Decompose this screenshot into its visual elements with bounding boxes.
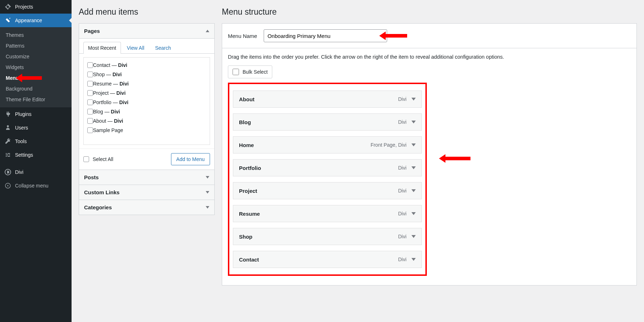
menu-item-name: Resume bbox=[239, 211, 260, 217]
menu-item-meta: Divi bbox=[398, 188, 416, 194]
sidebar-item-appearance[interactable]: Appearance bbox=[0, 14, 72, 27]
page-label: Shop — Divi bbox=[93, 72, 122, 77]
menu-item-meta: Divi bbox=[398, 165, 416, 171]
caret-down-icon[interactable] bbox=[411, 235, 416, 238]
tab-most-recent[interactable]: Most Recent bbox=[83, 42, 121, 54]
menu-item[interactable]: BlogDivi bbox=[233, 113, 422, 131]
sidebar-collapse[interactable]: Collapse menu bbox=[0, 179, 72, 192]
sidebar-item-label: Settings bbox=[15, 152, 33, 158]
menu-name-input[interactable] bbox=[264, 29, 387, 42]
checkbox[interactable] bbox=[87, 109, 93, 114]
sidebar-item-label: Divi bbox=[15, 169, 23, 175]
sidebar-item-label: Plugins bbox=[15, 111, 31, 117]
custom-links-metabox-toggle[interactable]: Custom Links bbox=[79, 185, 214, 200]
menu-item-type: Divi bbox=[398, 119, 406, 125]
caret-down-icon[interactable] bbox=[411, 189, 416, 192]
menu-item-meta: Divi bbox=[398, 119, 416, 125]
sidebar-item-tools[interactable]: Tools bbox=[0, 135, 72, 148]
page-checkbox-item[interactable]: Contact — Divi bbox=[87, 60, 206, 70]
sub-customize[interactable]: Customize bbox=[0, 51, 72, 62]
checkbox[interactable] bbox=[87, 90, 93, 96]
posts-metabox-toggle[interactable]: Posts bbox=[79, 170, 214, 185]
menu-item-name: Shop bbox=[239, 234, 253, 240]
caret-down-icon[interactable] bbox=[411, 166, 416, 169]
user-icon bbox=[4, 124, 11, 131]
checkbox[interactable] bbox=[87, 62, 93, 68]
collapse-icon bbox=[4, 182, 11, 189]
sidebar-item-label: Appearance bbox=[15, 18, 42, 23]
pages-tabs: Most Recent View All Search bbox=[79, 39, 214, 54]
menu-item[interactable]: HomeFront Page, Divi bbox=[233, 136, 422, 153]
sub-widgets[interactable]: Widgets bbox=[0, 62, 72, 73]
page-label: Sample Page bbox=[93, 127, 123, 133]
page-checkbox-item[interactable]: Resume — Divi bbox=[87, 79, 206, 88]
add-to-menu-button[interactable]: Add to Menu bbox=[171, 153, 210, 165]
menu-item[interactable]: ProjectDivi bbox=[233, 182, 422, 199]
pages-list[interactable]: Contact — DiviShop — DiviResume — DiviPr… bbox=[83, 57, 210, 145]
menu-item[interactable]: ShopDivi bbox=[233, 228, 422, 245]
posts-metabox: Posts bbox=[79, 170, 215, 185]
admin-sidebar: Projects Appearance Themes Patterns Cust… bbox=[0, 0, 72, 322]
annotation-arrow-icon bbox=[16, 74, 42, 82]
bulk-select-checkbox[interactable] bbox=[233, 69, 239, 75]
page-label: Resume — Divi bbox=[93, 81, 129, 87]
sub-menus[interactable]: Menus bbox=[0, 73, 72, 83]
sidebar-item-label: Tools bbox=[15, 138, 27, 144]
menu-item-meta: Divi bbox=[398, 211, 416, 216]
appearance-submenu: Themes Patterns Customize Widgets Menus … bbox=[0, 27, 72, 107]
tab-view-all[interactable]: View All bbox=[122, 42, 149, 54]
menu-item[interactable]: PortfolioDivi bbox=[233, 159, 422, 176]
pin-icon bbox=[4, 3, 11, 10]
sub-theme-file-editor[interactable]: Theme File Editor bbox=[0, 94, 72, 105]
select-all-pages[interactable]: Select All bbox=[83, 156, 113, 162]
page-checkbox-item[interactable]: Shop — Divi bbox=[87, 70, 206, 79]
tab-search[interactable]: Search bbox=[150, 42, 175, 54]
menu-item[interactable]: AboutDivi bbox=[233, 91, 422, 108]
categories-metabox-toggle[interactable]: Categories bbox=[79, 200, 214, 215]
checkbox[interactable] bbox=[87, 99, 93, 105]
sidebar-item-users[interactable]: Users bbox=[0, 121, 72, 135]
menu-item[interactable]: ResumeDivi bbox=[233, 205, 422, 222]
caret-down-icon[interactable] bbox=[411, 98, 416, 101]
caret-down-icon[interactable] bbox=[411, 143, 416, 146]
sidebar-item-projects[interactable]: Projects bbox=[0, 0, 72, 14]
checkbox[interactable] bbox=[87, 81, 93, 87]
sidebar-item-settings[interactable]: Settings bbox=[0, 148, 72, 162]
page-label: Contact — Divi bbox=[93, 62, 127, 68]
brush-icon bbox=[4, 17, 11, 24]
page-checkbox-item[interactable]: Portfolio — Divi bbox=[87, 98, 206, 107]
sub-themes[interactable]: Themes bbox=[0, 30, 72, 40]
page-checkbox-item[interactable]: About — Divi bbox=[87, 116, 206, 126]
menu-item-name: Project bbox=[239, 188, 257, 194]
sidebar-item-label: Projects bbox=[15, 4, 33, 10]
menu-name-bar: Menu Name bbox=[222, 23, 637, 48]
sliders-icon bbox=[4, 151, 11, 158]
page-checkbox-item[interactable]: Blog — Divi bbox=[87, 107, 206, 116]
wrench-icon bbox=[4, 138, 11, 145]
sidebar-item-divi[interactable]: Divi bbox=[0, 165, 72, 179]
sub-patterns[interactable]: Patterns bbox=[0, 40, 72, 51]
menu-item-type: Divi bbox=[398, 165, 406, 171]
plug-icon bbox=[4, 111, 11, 118]
page-label: About — Divi bbox=[93, 118, 123, 124]
sub-background[interactable]: Background bbox=[0, 83, 72, 94]
menu-item-meta: Divi bbox=[398, 257, 416, 262]
pages-metabox-toggle[interactable]: Pages bbox=[79, 24, 214, 39]
bulk-select[interactable]: Bulk Select bbox=[228, 65, 272, 78]
menu-item-meta: Divi bbox=[398, 96, 416, 102]
menu-item-name: Home bbox=[239, 142, 254, 148]
caret-down-icon[interactable] bbox=[411, 258, 416, 261]
page-checkbox-item[interactable]: Sample Page bbox=[87, 126, 206, 135]
caret-up-icon bbox=[206, 30, 209, 32]
sidebar-item-plugins[interactable]: Plugins bbox=[0, 107, 72, 121]
page-checkbox-item[interactable]: Project — Divi bbox=[87, 88, 206, 98]
caret-down-icon[interactable] bbox=[411, 212, 416, 215]
caret-down-icon[interactable] bbox=[411, 121, 416, 123]
menu-item-name: About bbox=[239, 96, 254, 102]
checkbox[interactable] bbox=[87, 72, 93, 77]
menu-item[interactable]: ContactDivi bbox=[233, 251, 422, 268]
checkbox[interactable] bbox=[87, 127, 93, 133]
annotation-arrow-icon bbox=[439, 154, 470, 163]
menu-item-name: Portfolio bbox=[239, 165, 261, 171]
checkbox[interactable] bbox=[87, 118, 93, 124]
